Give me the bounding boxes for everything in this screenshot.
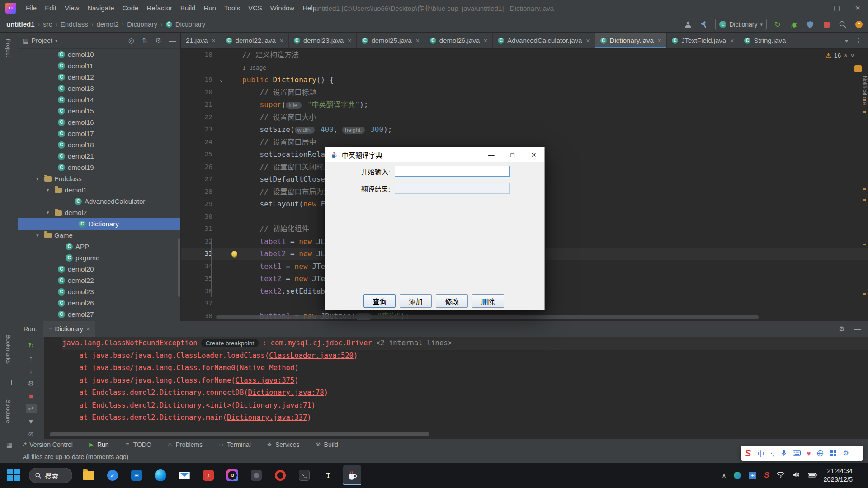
breadcrumb-item[interactable]: demol2 xyxy=(96,20,118,28)
mail-icon[interactable] xyxy=(175,465,193,485)
up-icon[interactable]: ↑ xyxy=(26,353,37,363)
menu-item-run[interactable]: Run xyxy=(199,4,220,12)
intention-bulb-icon[interactable] xyxy=(231,251,237,257)
check-icon[interactable]: ✓ xyxy=(104,465,122,485)
menu-item-file[interactable]: File xyxy=(22,4,41,12)
project-panel-title[interactable]: Project xyxy=(31,37,52,44)
tree-item-demol22[interactable]: Cdemol22 xyxy=(18,275,180,286)
stacktrace-link[interactable]: Dictionary.java:337 xyxy=(227,413,307,422)
tool-windows-icon[interactable]: ▦ xyxy=(6,441,12,448)
close-icon[interactable]: × xyxy=(348,37,351,44)
run-config-selector[interactable]: C Dictionary ▾ xyxy=(715,19,767,30)
battery-icon[interactable] xyxy=(808,471,817,479)
stacktrace-link[interactable]: ClassLoader.java:520 xyxy=(269,352,354,360)
target-icon[interactable]: ◎ xyxy=(128,37,134,45)
menu-item-window[interactable]: Window xyxy=(266,4,298,12)
next-warning-icon[interactable]: ∨ xyxy=(850,52,854,59)
globe-icon[interactable] xyxy=(817,450,824,457)
breadcrumb-item[interactable]: Dictionary xyxy=(127,20,157,28)
breadcrumb-item[interactable]: Dictionary xyxy=(175,20,206,28)
toolwindow-button-todo[interactable]: ≡TODO xyxy=(124,441,151,448)
search-icon[interactable] xyxy=(837,19,848,30)
dialog-button-3[interactable]: 删除 xyxy=(472,294,504,308)
line-number[interactable]: 34 xyxy=(181,260,212,273)
window-maximize-button[interactable]: ▢ xyxy=(826,0,847,16)
menu-item-tools[interactable]: Tools xyxy=(220,4,244,12)
tree-item-demol10[interactable]: Cdemol10 xyxy=(18,49,180,60)
music-icon[interactable]: ♪ xyxy=(199,465,217,485)
stacktrace-link[interactable]: Class.java:375 xyxy=(236,376,295,385)
line-number[interactable]: 38 xyxy=(181,310,212,321)
tab-21.java[interactable]: 21.java× xyxy=(181,33,221,48)
stacktrace-link[interactable]: Native Method xyxy=(240,364,294,372)
toolwindow-button-version-control[interactable]: ⎇Version Control xyxy=(20,441,73,448)
start-button[interactable] xyxy=(7,469,21,482)
window-minimize-button[interactable]: — xyxy=(806,0,826,16)
stop-icon[interactable] xyxy=(821,19,832,30)
toolwindow-button-problems[interactable]: ⚠Problems xyxy=(167,441,203,448)
settings-icon[interactable]: ⚙ xyxy=(26,379,37,388)
breadcrumb-item[interactable]: untitled1 xyxy=(6,20,35,28)
console-output[interactable]: java.lang.ClassNotFoundExceptionCreate b… xyxy=(44,337,868,439)
line-number[interactable]: 21 xyxy=(181,99,212,111)
line-number[interactable]: 19 xyxy=(181,74,212,86)
stripe-structure-label[interactable]: Structure xyxy=(5,399,12,423)
dark-app-icon[interactable] xyxy=(247,465,265,485)
dialog-title-bar[interactable]: 中英翻译字典 — □ ✕ xyxy=(326,147,544,162)
tree-item-demol23[interactable]: Cdemol23 xyxy=(18,286,180,297)
ime-grid-icon[interactable]: ⊞ xyxy=(749,472,756,479)
tree-item-demol18[interactable]: Cdemol18 xyxy=(18,139,180,150)
input-field[interactable] xyxy=(395,166,510,177)
mic-icon[interactable] xyxy=(781,450,787,457)
tab-demol26.java[interactable]: Cdemol26.java× xyxy=(425,33,493,48)
tree-item-demol26[interactable]: Cdemol26 xyxy=(18,297,180,309)
close-icon[interactable]: × xyxy=(280,37,283,44)
dialog-button-1[interactable]: 添加 xyxy=(400,294,432,308)
menu-item-edit[interactable]: Edit xyxy=(41,4,61,12)
editor-hscrollbar[interactable] xyxy=(216,315,759,319)
stacktrace-link[interactable]: Dictionary.java:78 xyxy=(248,389,324,397)
tree-item-demol16[interactable]: Cdemol16 xyxy=(18,117,180,128)
zh-icon[interactable]: 中 xyxy=(757,449,764,458)
tab-advancedcalculator.java[interactable]: CAdvancedCalculator.java× xyxy=(493,33,595,48)
tree-item-demol21[interactable]: Cdemol21 xyxy=(18,150,180,162)
store-icon[interactable]: ⊞ xyxy=(127,465,146,485)
line-number[interactable]: 28 xyxy=(181,186,212,198)
line-number[interactable]: 22 xyxy=(181,111,212,124)
line-number[interactable]: 29 xyxy=(181,198,212,211)
close-icon[interactable]: × xyxy=(86,325,90,333)
update-icon[interactable] xyxy=(854,19,864,30)
result-field[interactable] xyxy=(395,183,510,194)
stop-icon[interactable]: ■ xyxy=(26,391,37,401)
line-number[interactable]: 20 xyxy=(181,86,212,99)
dialog-close-button[interactable]: ✕ xyxy=(523,147,544,162)
menu-item-help[interactable]: Help xyxy=(298,4,321,12)
toolwindow-button-run[interactable]: ▶Run xyxy=(88,441,109,448)
notification-badge[interactable] xyxy=(854,65,862,72)
heart-icon[interactable]: ♥ xyxy=(807,450,811,457)
tree-item-pkgame[interactable]: Cpkgame xyxy=(18,252,180,263)
hide-icon[interactable]: — xyxy=(854,325,861,333)
tab-demol25.java[interactable]: Cdemol25.java× xyxy=(357,33,425,48)
menu-item-vcs[interactable]: VCS xyxy=(244,4,266,12)
usage-inlay-hint[interactable]: 1 usage xyxy=(242,61,868,74)
tree-item-demol2[interactable]: ▾demol2 xyxy=(18,207,180,218)
line-number[interactable]: 31 xyxy=(181,223,212,235)
coverage-icon[interactable] xyxy=(805,19,816,30)
close-icon[interactable]: × xyxy=(484,37,487,44)
rerun-icon[interactable]: ↻ xyxy=(26,341,37,350)
tree-item-demol14[interactable]: Cdemol14 xyxy=(18,94,180,105)
line-number[interactable]: 37 xyxy=(181,297,212,310)
gear-icon[interactable]: ⚙ xyxy=(839,325,845,333)
tree-item-demol15[interactable]: Cdemol15 xyxy=(18,105,180,117)
java-icon[interactable] xyxy=(343,465,361,485)
volume-icon[interactable] xyxy=(793,471,800,479)
line-number[interactable]: 25 xyxy=(181,148,212,161)
run-tab[interactable]: ≡ Dictionary × xyxy=(43,321,95,337)
sogou-s-icon[interactable]: S xyxy=(745,448,751,459)
stacktrace-link[interactable]: Dictionary.java:71 xyxy=(236,401,311,409)
chevron-up-icon[interactable]: ∧ xyxy=(722,471,726,479)
user-icon[interactable] xyxy=(683,19,693,30)
line-number[interactable]: 18 xyxy=(181,49,212,61)
tab-jtextfield.java[interactable]: CJTextField.java× xyxy=(667,33,739,48)
